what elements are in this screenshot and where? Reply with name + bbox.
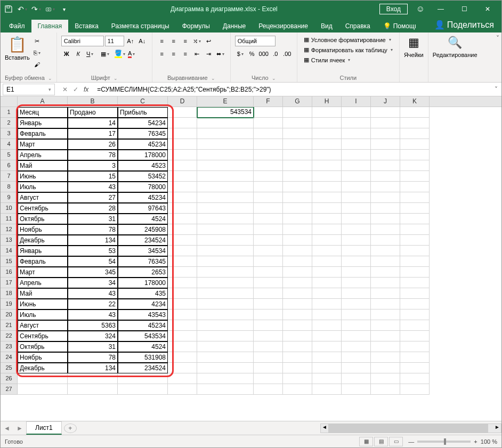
cell[interactable] — [283, 267, 312, 278]
cell[interactable] — [283, 160, 312, 171]
cell[interactable] — [168, 171, 197, 182]
cell[interactable]: 97643 — [118, 203, 168, 214]
cell[interactable]: 4234 — [118, 299, 168, 309]
cell[interactable] — [371, 192, 400, 203]
cell[interactable] — [312, 150, 342, 160]
cell[interactable]: 178000 — [118, 278, 168, 288]
cell[interactable] — [312, 341, 342, 352]
grow-font-icon[interactable]: A↑ — [125, 36, 136, 46]
cell[interactable] — [371, 128, 400, 139]
cell[interactable]: 54 — [68, 256, 118, 267]
cell[interactable] — [400, 107, 430, 118]
cell[interactable] — [312, 160, 342, 171]
cell[interactable] — [254, 256, 283, 267]
cell[interactable] — [283, 118, 312, 128]
cell[interactable] — [371, 107, 400, 118]
column-header[interactable]: H — [312, 96, 342, 107]
cell[interactable] — [197, 278, 254, 288]
cell[interactable] — [254, 139, 283, 150]
cell[interactable] — [400, 299, 430, 309]
cell[interactable] — [283, 384, 312, 395]
column-header[interactable]: I — [342, 96, 371, 107]
cell[interactable] — [400, 235, 430, 246]
cell[interactable] — [371, 309, 400, 320]
cell[interactable] — [118, 384, 168, 395]
cell[interactable] — [254, 299, 283, 309]
cell[interactable]: 76345 — [118, 128, 168, 139]
cell[interactable] — [168, 299, 197, 309]
font-size-input[interactable] — [105, 36, 124, 46]
cell[interactable] — [283, 341, 312, 352]
cell[interactable] — [342, 160, 371, 171]
cell[interactable] — [342, 288, 371, 299]
row-header[interactable]: 23 — [1, 341, 18, 352]
cell[interactable]: 76345 — [118, 256, 168, 267]
formula-input[interactable]: =СУММЕСЛИМН(C2:C25;A2:A25;"Сентябрь";B2:… — [94, 85, 491, 94]
borders-icon[interactable]: ▦ — [100, 48, 110, 59]
cell[interactable] — [168, 160, 197, 171]
cell[interactable] — [283, 182, 312, 192]
cell[interactable]: 34 — [68, 278, 118, 288]
cell[interactable] — [342, 320, 371, 331]
fill-color-icon[interactable]: 🪣 — [115, 48, 125, 59]
cell[interactable] — [342, 331, 371, 341]
cell[interactable] — [197, 192, 254, 203]
sheet-tab[interactable]: Лист1 — [26, 421, 62, 435]
expand-formula-icon[interactable]: ˅ — [491, 86, 501, 93]
orientation-icon[interactable]: ⤭ — [192, 36, 203, 46]
row-header[interactable]: 9 — [1, 192, 18, 203]
cell[interactable] — [254, 128, 283, 139]
conditional-formatting-button[interactable]: ▦Условное форматирование — [302, 36, 393, 44]
cell[interactable] — [168, 246, 197, 256]
cell[interactable] — [283, 288, 312, 299]
cell[interactable] — [254, 150, 283, 160]
column-header[interactable]: J — [371, 96, 400, 107]
cell[interactable] — [283, 373, 312, 384]
tab-view[interactable]: Вид — [314, 20, 339, 32]
cell[interactable] — [254, 341, 283, 352]
cell[interactable]: Прибыль — [118, 107, 168, 118]
cell[interactable] — [283, 256, 312, 267]
cell[interactable] — [371, 224, 400, 235]
format-painter-icon[interactable]: 🖌 — [32, 59, 43, 70]
cell[interactable] — [371, 235, 400, 246]
select-all-corner[interactable] — [1, 96, 18, 107]
view-pagebreak-icon[interactable]: ▭ — [389, 437, 403, 446]
cell[interactable] — [197, 288, 254, 299]
cell[interactable] — [312, 246, 342, 256]
cancel-formula-icon[interactable]: ✕ — [62, 86, 68, 93]
align-middle-icon[interactable]: ≡ — [168, 36, 179, 46]
cell[interactable] — [342, 107, 371, 118]
cell[interactable] — [168, 118, 197, 128]
cell[interactable] — [312, 320, 342, 331]
cell[interactable] — [342, 299, 371, 309]
cell[interactable]: 31 — [68, 341, 118, 352]
cell[interactable] — [342, 373, 371, 384]
row-header[interactable]: 8 — [1, 182, 18, 192]
cell[interactable] — [312, 352, 342, 363]
scrollbar-thumb[interactable] — [328, 424, 488, 433]
cell[interactable] — [254, 214, 283, 224]
cell[interactable] — [197, 341, 254, 352]
increase-decimal-icon[interactable]: .0 — [270, 48, 281, 59]
number-format-input[interactable] — [235, 36, 276, 46]
cell[interactable]: 43543 — [118, 309, 168, 320]
cell[interactable] — [400, 309, 430, 320]
cell[interactable] — [168, 192, 197, 203]
number-launcher-icon[interactable] — [270, 75, 276, 81]
cell[interactable] — [254, 182, 283, 192]
cell[interactable] — [254, 160, 283, 171]
align-top-icon[interactable]: ≡ — [157, 36, 167, 46]
cell[interactable] — [342, 118, 371, 128]
row-header[interactable]: 13 — [1, 235, 18, 246]
cell[interactable]: 234524 — [118, 235, 168, 246]
cell[interactable] — [312, 203, 342, 214]
cell[interactable] — [312, 384, 342, 395]
row-header[interactable]: 18 — [1, 288, 18, 299]
cell[interactable] — [283, 107, 312, 118]
cell[interactable] — [371, 256, 400, 267]
cell[interactable]: 2653 — [118, 267, 168, 278]
copy-icon[interactable]: ⎘ — [32, 47, 43, 58]
font-launcher-icon[interactable] — [111, 75, 118, 81]
cell[interactable] — [400, 128, 430, 139]
